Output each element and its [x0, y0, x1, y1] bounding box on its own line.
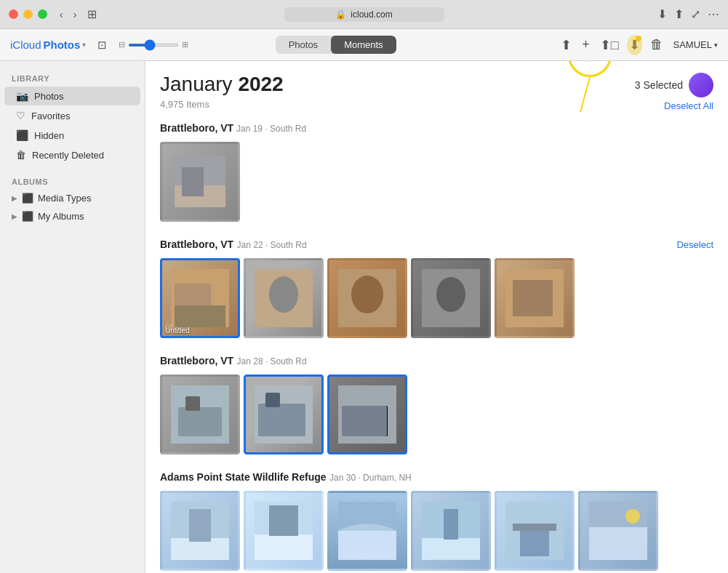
sidebar-label-my-albums: My Albums: [38, 211, 84, 222]
photo-thumb[interactable]: [244, 491, 324, 571]
svg-rect-22: [342, 406, 387, 436]
item-count: 4,975 Items: [160, 99, 284, 110]
zoom-slider[interactable]: [128, 44, 179, 47]
maximize-button[interactable]: [38, 9, 47, 19]
photo-label: Untitled: [165, 326, 190, 334]
photos-text: Photos: [44, 39, 81, 51]
group-header-1: Brattleboro, VT Jan 19 · South Rd: [160, 121, 713, 135]
group-location-date-4: Adams Point State Wildlife Refuge Jan 30…: [160, 470, 412, 484]
year-label: 2022: [238, 73, 283, 95]
group-location-1: Brattleboro, VT: [160, 122, 236, 134]
svg-point-7: [269, 276, 298, 313]
svg-rect-16: [185, 396, 200, 411]
svg-rect-5: [175, 305, 225, 327]
delete-button[interactable]: 🗑: [650, 37, 663, 52]
add-button[interactable]: +: [582, 37, 590, 52]
tab-moments[interactable]: Moments: [331, 36, 396, 54]
photo-thumb[interactable]: [327, 258, 407, 338]
download-indicator: [636, 36, 641, 41]
photo-thumb[interactable]: [160, 491, 240, 571]
svg-rect-38: [589, 527, 647, 560]
sidebar-label-media-types: Media Types: [38, 193, 91, 204]
share-button[interactable]: ⬆□: [600, 37, 619, 53]
sidebar-item-recently-deleted[interactable]: 🗑 Recently Deleted: [4, 145, 140, 164]
photo-group-4: Adams Point State Wildlife Refuge Jan 30…: [160, 470, 713, 573]
photo-group-3: Brattleboro, VT Jan 28 · South Rd: [160, 354, 713, 454]
download-button-container: ⬇: [629, 37, 640, 53]
sidebar-label-photos: Photos: [34, 91, 63, 102]
favorites-icon: ♡: [16, 110, 25, 121]
upload-button[interactable]: ⬆: [561, 37, 572, 53]
photo-thumb[interactable]: [411, 258, 491, 338]
svg-rect-36: [520, 531, 549, 556]
photo-thumb[interactable]: [244, 374, 324, 454]
svg-rect-32: [422, 538, 480, 560]
user-menu-button[interactable]: SAMUEL ▾: [673, 39, 718, 50]
sidebar-group-my-albums[interactable]: ▶ ⬛ My Albums: [0, 207, 145, 225]
photos-row-3: [160, 374, 713, 454]
forward-button[interactable]: ›: [70, 7, 81, 22]
photo-thumb[interactable]: [160, 374, 240, 454]
deselect-all-button[interactable]: Deselect All: [664, 100, 713, 111]
group-location-2: Brattleboro, VT: [160, 239, 233, 250]
photo-thumb[interactable]: [160, 142, 240, 222]
appbar: iCloud Photos ▾ ⊡ ⊟ ⊞ Photos Moments ⬆ +…: [0, 29, 728, 61]
photos-icon: 📷: [16, 90, 28, 102]
nav-buttons: ‹ ›: [56, 7, 80, 22]
sidebar-group-media-types[interactable]: ▶ ⬛ Media Types: [0, 189, 145, 207]
trash-icon: 🗑: [16, 149, 26, 161]
svg-rect-35: [513, 524, 556, 531]
group-location-3: Brattleboro, VT: [160, 355, 233, 366]
sidebar-item-favorites[interactable]: ♡ Favorites: [4, 106, 140, 125]
photo-thumb[interactable]: [327, 374, 407, 454]
sidebar-toggle-button[interactable]: ⊞: [87, 7, 97, 21]
content-area: ⬇ January 2022 4,975 Items 3 Selected De…: [145, 61, 728, 573]
more-button[interactable]: ⋯: [708, 7, 719, 21]
tab-photos[interactable]: Photos: [276, 36, 331, 54]
selection-info: 3 Selected Deselect All: [635, 73, 713, 111]
view-tabs: Photos Moments: [276, 36, 396, 54]
group-sub-4: Durham, NH: [363, 473, 412, 483]
sidebar-item-photos[interactable]: 📷 Photos: [4, 87, 140, 105]
photo-thumb[interactable]: [495, 258, 575, 338]
selected-count-row: 3 Selected: [635, 73, 713, 97]
logo-chevron: ▾: [82, 41, 86, 49]
sidebar: Library 📷 Photos ♡ Favorites ⬛ Hidden 🗑 …: [0, 61, 145, 573]
photo-thumb[interactable]: ♡ Untitled: [160, 258, 240, 338]
chevron-right-icon-2: ▶: [12, 212, 17, 220]
group-sub-2: South Rd: [271, 240, 307, 250]
user-chevron-icon: ▾: [714, 41, 718, 49]
back-button[interactable]: ‹: [56, 7, 67, 22]
titlebar: ‹ › ⊞ 🔒 icloud.com ↻ ⬇ ⬆ ⤢ ⋯: [0, 0, 728, 29]
albums-section-title: Albums: [0, 172, 145, 189]
fullscreen-button[interactable]: ⤢: [691, 7, 700, 21]
svg-rect-33: [444, 509, 458, 540]
photo-thumb[interactable]: [411, 491, 491, 571]
photo-thumb[interactable]: [244, 258, 324, 338]
photos-row-2: ♡ Untitled: [160, 258, 713, 338]
download-button[interactable]: ⬇: [629, 37, 640, 53]
photo-preview-svg: [175, 156, 225, 207]
content-header: January 2022 4,975 Items 3 Selected Dese…: [160, 73, 713, 111]
group-location-date-1: Brattleboro, VT Jan 19 · South Rd: [160, 121, 306, 135]
group-location-4: Adams Point State Wildlife Refuge: [160, 471, 327, 483]
photo-thumb[interactable]: [327, 491, 407, 571]
photo-thumb[interactable]: [495, 491, 575, 571]
minimize-button[interactable]: [23, 9, 33, 19]
avatar: [689, 73, 713, 97]
view-toggle-button[interactable]: ⊡: [97, 39, 107, 52]
group-header-4: Adams Point State Wildlife Refuge Jan 30…: [160, 470, 713, 484]
sidebar-item-hidden[interactable]: ⬛ Hidden: [4, 126, 140, 145]
photos-row-1: [160, 142, 713, 222]
deselect-group-2-button[interactable]: Deselect: [676, 239, 713, 250]
url-bar[interactable]: 🔒 icloud.com: [284, 7, 444, 22]
share-titlebar-button[interactable]: ⬆: [674, 7, 684, 21]
photo-thumb[interactable]: [578, 491, 658, 571]
main-layout: Library 📷 Photos ♡ Favorites ⬛ Hidden 🗑 …: [0, 61, 728, 573]
photo-group-2: Brattleboro, VT Jan 22 · South Rd Desele…: [160, 238, 713, 338]
svg-rect-2: [182, 167, 204, 196]
svg-rect-27: [255, 534, 313, 560]
appbar-left: iCloud Photos ▾ ⊡ ⊟ ⊞: [10, 39, 188, 52]
download-titlebar-button[interactable]: ⬇: [657, 7, 667, 21]
close-button[interactable]: [9, 9, 18, 19]
